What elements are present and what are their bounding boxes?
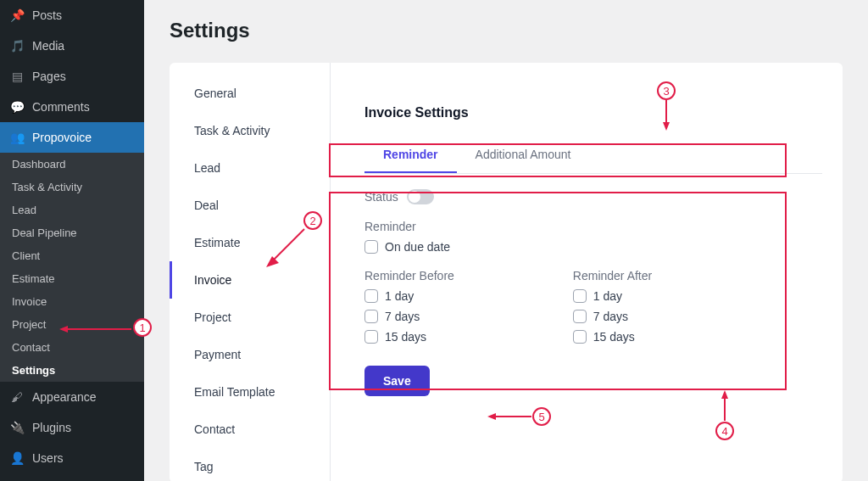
tab-payment[interactable]: Payment [170,336,330,373]
tab-tag[interactable]: Tag [170,448,330,481]
menu-posts[interactable]: 📌Posts [0,0,144,31]
tab-project[interactable]: Project [170,299,330,336]
wp-admin-sidebar: 📌Posts 🎵Media ▤Pages 💬Comments 👥Propovoi… [0,0,144,481]
menu-propovoice[interactable]: 👥Propovoice [0,122,144,153]
menu-users[interactable]: 👤Users [0,443,144,473]
tab-deal[interactable]: Deal [170,187,330,224]
submenu-project[interactable]: Project [0,313,144,336]
submenu-settings[interactable]: Settings [0,359,144,382]
tab-invoice[interactable]: Invoice [170,261,330,299]
menu-comments[interactable]: 💬Comments [0,92,144,122]
menu-plugins[interactable]: 🔌Plugins [0,412,144,443]
tab-task-activity[interactable]: Task & Activity [170,112,330,149]
user-icon: 👤 [8,450,25,467]
reminder-after-title: Reminder After [573,269,652,282]
menu-tools[interactable]: 🔧Tools [0,473,144,481]
checkbox-before-1day[interactable] [364,289,378,303]
menu-pages[interactable]: ▤Pages [0,61,144,92]
submenu-propovoice: Dashboard Task & Activity Lead Deal Pipe… [0,153,144,382]
settings-tabs: General Task & Activity Lead Deal Estima… [170,63,331,481]
tab-email-template[interactable]: Email Template [170,373,330,411]
submenu-invoice[interactable]: Invoice [0,290,144,313]
page-title: Settings [170,19,843,42]
tab-contact[interactable]: Contact [170,411,330,448]
submenu-dashboard[interactable]: Dashboard [0,153,144,176]
checkbox-on-due-date[interactable] [364,240,378,254]
media-icon: 🎵 [8,37,25,54]
brush-icon: 🖌 [8,389,25,405]
invoice-settings-heading: Invoice Settings [364,105,822,120]
submenu-contact[interactable]: Contact [0,336,144,359]
reminder-form: Status Reminder On due date Reminder Bef… [364,189,822,396]
tab-general[interactable]: General [170,75,330,112]
main-content: Settings General Task & Activity Lead De… [144,0,868,481]
page-icon: ▤ [8,68,25,85]
submenu-task-activity[interactable]: Task & Activity [0,176,144,199]
submenu-client[interactable]: Client [0,244,144,267]
menu-media[interactable]: 🎵Media [0,31,144,61]
menu-appearance[interactable]: 🖌Appearance [0,382,144,412]
checkbox-before-15days[interactable] [364,330,378,344]
submenu-lead[interactable]: Lead [0,199,144,221]
submenu-deal-pipeline[interactable]: Deal Pipeline [0,221,144,244]
subtab-reminder[interactable]: Reminder [364,137,457,173]
status-toggle[interactable] [407,189,434,204]
checkbox-before-7days[interactable] [364,310,378,323]
comment-icon: 💬 [8,98,25,115]
submenu-estimate[interactable]: Estimate [0,267,144,290]
checkbox-after-7days[interactable] [573,310,587,323]
checkbox-after-15days[interactable] [573,330,587,344]
settings-content: Invoice Settings Reminder Additional Amo… [331,63,843,481]
reminder-section-label: Reminder [364,220,822,233]
pin-icon: 📌 [8,7,25,24]
reminder-before-title: Reminder Before [364,269,454,282]
settings-card: General Task & Activity Lead Deal Estima… [170,63,843,481]
users-icon: 👥 [8,129,25,146]
checkbox-after-1day[interactable] [573,289,587,303]
status-label: Status [364,190,398,204]
on-due-date-label: On due date [385,240,450,254]
invoice-subtabs: Reminder Additional Amount [364,137,822,174]
subtab-additional-amount[interactable]: Additional Amount [457,137,590,173]
save-button[interactable]: Save [364,366,430,396]
tab-estimate[interactable]: Estimate [170,224,330,261]
tab-lead[interactable]: Lead [170,149,330,187]
plug-icon: 🔌 [8,419,25,436]
